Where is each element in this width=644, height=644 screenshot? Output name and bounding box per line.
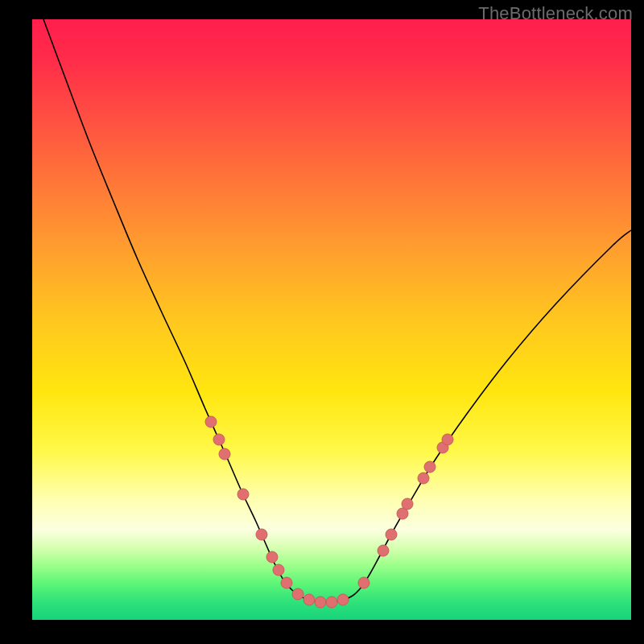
marker-dot [424, 461, 436, 473]
marker-dot [237, 489, 249, 500]
marker-dot [266, 551, 278, 563]
marker-dot [303, 594, 315, 605]
chart-frame: TheBottleneck.com [0, 0, 644, 644]
marker-dot [315, 597, 326, 608]
marker-dot [386, 529, 397, 540]
watermark-text: TheBottleneck.com [478, 3, 633, 24]
marker-dot [418, 473, 429, 484]
plot-area [32, 19, 631, 620]
marker-dots-group [205, 416, 453, 608]
marker-dot [281, 577, 292, 588]
chart-svg [32, 19, 631, 620]
marker-dot [402, 498, 413, 510]
marker-dot [205, 416, 217, 427]
marker-dot [292, 588, 303, 600]
marker-dot [378, 545, 389, 556]
bottleneck-curve [43, 19, 631, 602]
marker-dot [358, 577, 369, 588]
marker-dot [337, 594, 349, 605]
marker-dot [442, 434, 453, 445]
marker-dot [273, 564, 284, 576]
marker-dot [213, 434, 225, 445]
marker-dot [256, 529, 267, 540]
marker-dot [326, 597, 337, 608]
marker-dot [219, 448, 230, 460]
